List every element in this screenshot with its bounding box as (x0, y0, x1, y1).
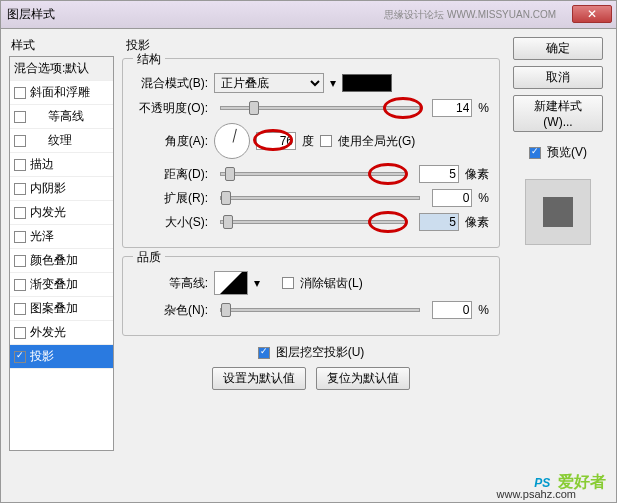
size-input[interactable] (419, 213, 459, 231)
global-light-checkbox[interactable] (320, 135, 332, 147)
arrow-icon: ▾ (330, 76, 336, 90)
style-checkbox[interactable] (14, 111, 26, 123)
angle-label: 角度(A): (133, 133, 208, 150)
opacity-unit: % (478, 101, 489, 115)
blend-mode-label: 混合模式(B): (133, 75, 208, 92)
noise-input[interactable] (432, 301, 472, 319)
panel-title: 投影 (126, 37, 500, 54)
style-row[interactable]: 描边 (10, 153, 113, 177)
spread-input[interactable] (432, 189, 472, 207)
opacity-input[interactable] (432, 99, 472, 117)
contour-picker[interactable] (214, 271, 248, 295)
style-checkbox[interactable] (14, 135, 26, 147)
reset-default-button[interactable]: 复位为默认值 (316, 367, 410, 390)
close-icon: ✕ (587, 7, 597, 21)
style-label: 光泽 (30, 228, 54, 245)
style-label: 内发光 (30, 204, 66, 221)
style-checkbox[interactable] (14, 255, 26, 267)
style-row[interactable]: 渐变叠加 (10, 273, 113, 297)
angle-dial[interactable] (214, 123, 250, 159)
angle-input[interactable] (256, 132, 296, 150)
blend-options-label: 混合选项:默认 (14, 60, 89, 77)
ok-button[interactable]: 确定 (513, 37, 603, 60)
structure-legend: 结构 (133, 51, 165, 68)
style-checkbox[interactable] (14, 303, 26, 315)
style-label: 内阴影 (30, 180, 66, 197)
style-row[interactable]: 内阴影 (10, 177, 113, 201)
noise-slider[interactable] (220, 308, 420, 312)
style-row[interactable]: 颜色叠加 (10, 249, 113, 273)
noise-unit: % (478, 303, 489, 317)
style-checkbox[interactable] (14, 279, 26, 291)
set-default-button[interactable]: 设置为默认值 (212, 367, 306, 390)
preview-swatch (543, 197, 573, 227)
spread-row: 扩展(R): % (133, 189, 489, 207)
size-label: 大小(S): (133, 214, 208, 231)
opacity-row: 不透明度(O): % (133, 99, 489, 117)
new-style-button[interactable]: 新建样式(W)... (513, 95, 603, 132)
spread-slider[interactable] (220, 196, 420, 200)
style-row[interactable]: 内发光 (10, 201, 113, 225)
style-label: 外发光 (30, 324, 66, 341)
contour-label: 等高线: (133, 275, 208, 292)
quality-group: 品质 等高线: ▾ 消除锯齿(L) 杂色(N): % (122, 256, 500, 336)
titlebar: 图层样式 思缘设计论坛 WWW.MISSYUAN.COM ✕ (1, 1, 616, 29)
layer-style-dialog: 图层样式 思缘设计论坛 WWW.MISSYUAN.COM ✕ 样式 混合选项:默… (0, 0, 617, 503)
style-checkbox[interactable] (14, 207, 26, 219)
styles-column: 样式 混合选项:默认 斜面和浮雕等高线纹理描边内阴影内发光光泽颜色叠加渐变叠加图… (9, 37, 114, 494)
noise-row: 杂色(N): % (133, 301, 489, 319)
style-label: 纹理 (30, 132, 72, 149)
blend-mode-select[interactable]: 正片叠底 (214, 73, 324, 93)
style-row[interactable]: 斜面和浮雕 (10, 81, 113, 105)
style-label: 描边 (30, 156, 54, 173)
style-label: 斜面和浮雕 (30, 84, 90, 101)
structure-group: 结构 混合模式(B): 正片叠底 ▾ 不透明度(O): % (122, 58, 500, 248)
knockout-row: 图层挖空投影(U) (122, 344, 500, 361)
style-row[interactable]: 等高线 (10, 105, 113, 129)
opacity-label: 不透明度(O): (133, 100, 208, 117)
distance-slider[interactable] (220, 172, 407, 176)
close-button[interactable]: ✕ (572, 5, 612, 23)
style-checkbox[interactable] (14, 327, 26, 339)
size-unit: 像素 (465, 214, 489, 231)
angle-unit: 度 (302, 133, 314, 150)
blend-options-row[interactable]: 混合选项:默认 (10, 57, 113, 81)
style-row[interactable]: 光泽 (10, 225, 113, 249)
preview-checkbox[interactable] (529, 147, 541, 159)
preview-box (525, 179, 591, 245)
knockout-label: 图层挖空投影(U) (276, 344, 365, 361)
style-checkbox[interactable] (14, 87, 26, 99)
quality-legend: 品质 (133, 249, 165, 266)
style-list[interactable]: 混合选项:默认 斜面和浮雕等高线纹理描边内阴影内发光光泽颜色叠加渐变叠加图案叠加… (9, 56, 114, 451)
color-swatch[interactable] (342, 74, 392, 92)
watermark-text: 思缘设计论坛 WWW.MISSYUAN.COM (384, 8, 556, 22)
preview-label: 预览(V) (547, 144, 587, 161)
settings-column: 投影 结构 混合模式(B): 正片叠底 ▾ 不透明度(O): % (122, 37, 500, 494)
right-column: 确定 取消 新建样式(W)... 预览(V) (508, 37, 608, 494)
style-row[interactable]: 投影 (10, 345, 113, 369)
global-light-label: 使用全局光(G) (338, 133, 415, 150)
style-row[interactable]: 图案叠加 (10, 297, 113, 321)
style-row[interactable]: 纹理 (10, 129, 113, 153)
antialias-checkbox[interactable] (282, 277, 294, 289)
style-checkbox[interactable] (14, 351, 26, 363)
knockout-checkbox[interactable] (258, 347, 270, 359)
distance-unit: 像素 (465, 166, 489, 183)
style-checkbox[interactable] (14, 183, 26, 195)
opacity-slider[interactable] (220, 106, 420, 110)
distance-input[interactable] (419, 165, 459, 183)
antialias-label: 消除锯齿(L) (300, 275, 363, 292)
style-label: 渐变叠加 (30, 276, 78, 293)
chevron-down-icon[interactable]: ▾ (254, 276, 260, 290)
spread-label: 扩展(R): (133, 190, 208, 207)
spread-unit: % (478, 191, 489, 205)
size-slider[interactable] (220, 220, 407, 224)
size-row: 大小(S): 像素 (133, 213, 489, 231)
cancel-button[interactable]: 取消 (513, 66, 603, 89)
noise-label: 杂色(N): (133, 302, 208, 319)
style-row[interactable]: 外发光 (10, 321, 113, 345)
style-checkbox[interactable] (14, 159, 26, 171)
style-checkbox[interactable] (14, 231, 26, 243)
watermark-url: www.psahz.com (497, 488, 576, 500)
contour-row: 等高线: ▾ 消除锯齿(L) (133, 271, 489, 295)
